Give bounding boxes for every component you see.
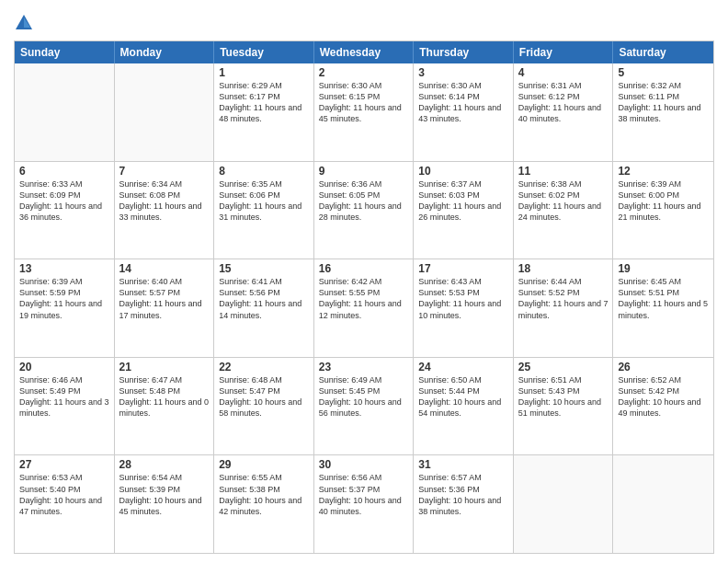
day-header-saturday: Saturday <box>613 41 713 63</box>
calendar-cell: 22Sunrise: 6:48 AM Sunset: 5:47 PM Dayli… <box>214 358 314 455</box>
calendar-cell: 3Sunrise: 6:30 AM Sunset: 6:14 PM Daylig… <box>414 63 514 161</box>
cell-content: Sunrise: 6:43 AM Sunset: 5:53 PM Dayligh… <box>418 276 508 321</box>
calendar-cell: 28Sunrise: 6:54 AM Sunset: 5:39 PM Dayli… <box>115 455 215 553</box>
calendar-cell: 7Sunrise: 6:34 AM Sunset: 6:08 PM Daylig… <box>115 162 215 259</box>
cell-content: Sunrise: 6:53 AM Sunset: 5:40 PM Dayligh… <box>19 472 109 517</box>
cell-content: Sunrise: 6:29 AM Sunset: 6:17 PM Dayligh… <box>219 80 309 125</box>
calendar: SundayMondayTuesdayWednesdayThursdayFrid… <box>14 40 714 554</box>
day-number: 19 <box>618 262 709 275</box>
calendar-cell: 2Sunrise: 6:30 AM Sunset: 6:15 PM Daylig… <box>314 63 415 161</box>
day-number: 5 <box>618 66 709 79</box>
calendar-cell: 13Sunrise: 6:39 AM Sunset: 5:59 PM Dayli… <box>15 259 115 357</box>
day-header-thursday: Thursday <box>414 41 514 63</box>
day-number: 21 <box>119 361 210 373</box>
calendar-cell: 14Sunrise: 6:40 AM Sunset: 5:57 PM Dayli… <box>115 259 215 357</box>
calendar-cell: 18Sunrise: 6:44 AM Sunset: 5:52 PM Dayli… <box>514 259 614 357</box>
day-number: 29 <box>219 458 309 471</box>
cell-content: Sunrise: 6:40 AM Sunset: 5:57 PM Dayligh… <box>119 276 210 321</box>
cell-content: Sunrise: 6:47 AM Sunset: 5:48 PM Dayligh… <box>119 374 210 419</box>
day-number: 1 <box>219 66 309 79</box>
calendar-cell: 20Sunrise: 6:46 AM Sunset: 5:49 PM Dayli… <box>15 358 115 455</box>
calendar-cell: 8Sunrise: 6:35 AM Sunset: 6:06 PM Daylig… <box>214 162 314 259</box>
day-number: 6 <box>19 165 109 178</box>
calendar-cell: 24Sunrise: 6:50 AM Sunset: 5:44 PM Dayli… <box>414 358 514 455</box>
day-number: 4 <box>518 66 609 79</box>
calendar-header: SundayMondayTuesdayWednesdayThursdayFrid… <box>15 41 713 63</box>
calendar-cell: 9Sunrise: 6:36 AM Sunset: 6:05 PM Daylig… <box>314 162 415 259</box>
day-header-sunday: Sunday <box>15 41 115 63</box>
cell-content: Sunrise: 6:38 AM Sunset: 6:02 PM Dayligh… <box>518 178 609 224</box>
calendar-cell: 5Sunrise: 6:32 AM Sunset: 6:11 PM Daylig… <box>613 63 713 161</box>
day-number: 23 <box>319 361 409 373</box>
day-number: 28 <box>119 458 210 471</box>
calendar-cell: 25Sunrise: 6:51 AM Sunset: 5:43 PM Dayli… <box>514 358 614 455</box>
calendar-row-3: 20Sunrise: 6:46 AM Sunset: 5:49 PM Dayli… <box>15 357 713 455</box>
cell-content: Sunrise: 6:30 AM Sunset: 6:14 PM Dayligh… <box>418 80 508 125</box>
calendar-cell <box>613 455 713 553</box>
cell-content: Sunrise: 6:45 AM Sunset: 5:51 PM Dayligh… <box>618 276 709 321</box>
calendar-cell: 1Sunrise: 6:29 AM Sunset: 6:17 PM Daylig… <box>214 63 314 161</box>
calendar-cell <box>15 63 115 161</box>
cell-content: Sunrise: 6:52 AM Sunset: 5:42 PM Dayligh… <box>618 374 709 419</box>
calendar-cell: 17Sunrise: 6:43 AM Sunset: 5:53 PM Dayli… <box>414 259 514 357</box>
day-number: 3 <box>418 66 508 79</box>
day-number: 31 <box>418 458 508 471</box>
calendar-cell: 16Sunrise: 6:42 AM Sunset: 5:55 PM Dayli… <box>314 259 415 357</box>
cell-content: Sunrise: 6:36 AM Sunset: 6:05 PM Dayligh… <box>319 178 409 224</box>
calendar-row-2: 13Sunrise: 6:39 AM Sunset: 5:59 PM Dayli… <box>15 259 713 357</box>
cell-content: Sunrise: 6:42 AM Sunset: 5:55 PM Dayligh… <box>319 276 409 321</box>
calendar-cell: 11Sunrise: 6:38 AM Sunset: 6:02 PM Dayli… <box>514 162 614 259</box>
cell-content: Sunrise: 6:31 AM Sunset: 6:12 PM Dayligh… <box>518 80 609 125</box>
cell-content: Sunrise: 6:39 AM Sunset: 5:59 PM Dayligh… <box>19 276 109 321</box>
calendar-row-4: 27Sunrise: 6:53 AM Sunset: 5:40 PM Dayli… <box>15 454 713 553</box>
cell-content: Sunrise: 6:44 AM Sunset: 5:52 PM Dayligh… <box>518 276 609 321</box>
cell-content: Sunrise: 6:32 AM Sunset: 6:11 PM Dayligh… <box>618 80 709 125</box>
day-number: 2 <box>319 66 409 79</box>
calendar-cell: 21Sunrise: 6:47 AM Sunset: 5:48 PM Dayli… <box>115 358 215 455</box>
calendar-cell <box>514 455 614 553</box>
day-number: 7 <box>119 165 210 178</box>
cell-content: Sunrise: 6:30 AM Sunset: 6:15 PM Dayligh… <box>319 80 409 125</box>
cell-content: Sunrise: 6:39 AM Sunset: 6:00 PM Dayligh… <box>618 178 709 224</box>
logo <box>14 13 38 33</box>
day-header-tuesday: Tuesday <box>214 41 314 63</box>
day-number: 11 <box>518 165 609 178</box>
day-header-wednesday: Wednesday <box>314 41 415 63</box>
cell-content: Sunrise: 6:50 AM Sunset: 5:44 PM Dayligh… <box>418 374 508 419</box>
calendar-cell: 23Sunrise: 6:49 AM Sunset: 5:45 PM Dayli… <box>314 358 415 455</box>
day-number: 30 <box>319 458 409 471</box>
calendar-cell: 4Sunrise: 6:31 AM Sunset: 6:12 PM Daylig… <box>514 63 614 161</box>
calendar-cell: 10Sunrise: 6:37 AM Sunset: 6:03 PM Dayli… <box>414 162 514 259</box>
day-number: 15 <box>219 262 309 275</box>
page: SundayMondayTuesdayWednesdayThursdayFrid… <box>0 0 728 563</box>
cell-content: Sunrise: 6:49 AM Sunset: 5:45 PM Dayligh… <box>319 374 409 419</box>
cell-content: Sunrise: 6:48 AM Sunset: 5:47 PM Dayligh… <box>219 374 309 419</box>
calendar-row-0: 1Sunrise: 6:29 AM Sunset: 6:17 PM Daylig… <box>15 63 713 161</box>
day-number: 27 <box>19 458 109 471</box>
cell-content: Sunrise: 6:56 AM Sunset: 5:37 PM Dayligh… <box>319 472 409 517</box>
calendar-cell: 29Sunrise: 6:55 AM Sunset: 5:38 PM Dayli… <box>214 455 314 553</box>
cell-content: Sunrise: 6:33 AM Sunset: 6:09 PM Dayligh… <box>19 178 109 224</box>
cell-content: Sunrise: 6:57 AM Sunset: 5:36 PM Dayligh… <box>418 472 508 517</box>
cell-content: Sunrise: 6:35 AM Sunset: 6:06 PM Dayligh… <box>219 178 309 224</box>
day-number: 26 <box>618 361 709 373</box>
day-number: 24 <box>418 361 508 373</box>
calendar-body: 1Sunrise: 6:29 AM Sunset: 6:17 PM Daylig… <box>15 63 713 553</box>
day-number: 18 <box>518 262 609 275</box>
header <box>14 9 714 33</box>
cell-content: Sunrise: 6:46 AM Sunset: 5:49 PM Dayligh… <box>19 374 109 419</box>
day-number: 12 <box>618 165 709 178</box>
calendar-cell: 12Sunrise: 6:39 AM Sunset: 6:00 PM Dayli… <box>613 162 713 259</box>
day-number: 20 <box>19 361 109 373</box>
day-number: 8 <box>219 165 309 178</box>
calendar-cell: 30Sunrise: 6:56 AM Sunset: 5:37 PM Dayli… <box>314 455 415 553</box>
day-number: 14 <box>119 262 210 275</box>
calendar-cell: 15Sunrise: 6:41 AM Sunset: 5:56 PM Dayli… <box>214 259 314 357</box>
cell-content: Sunrise: 6:55 AM Sunset: 5:38 PM Dayligh… <box>219 472 309 517</box>
calendar-cell: 27Sunrise: 6:53 AM Sunset: 5:40 PM Dayli… <box>15 455 115 553</box>
cell-content: Sunrise: 6:37 AM Sunset: 6:03 PM Dayligh… <box>418 178 508 224</box>
day-number: 13 <box>19 262 109 275</box>
cell-content: Sunrise: 6:34 AM Sunset: 6:08 PM Dayligh… <box>119 178 210 224</box>
day-number: 22 <box>219 361 309 373</box>
day-header-monday: Monday <box>115 41 215 63</box>
